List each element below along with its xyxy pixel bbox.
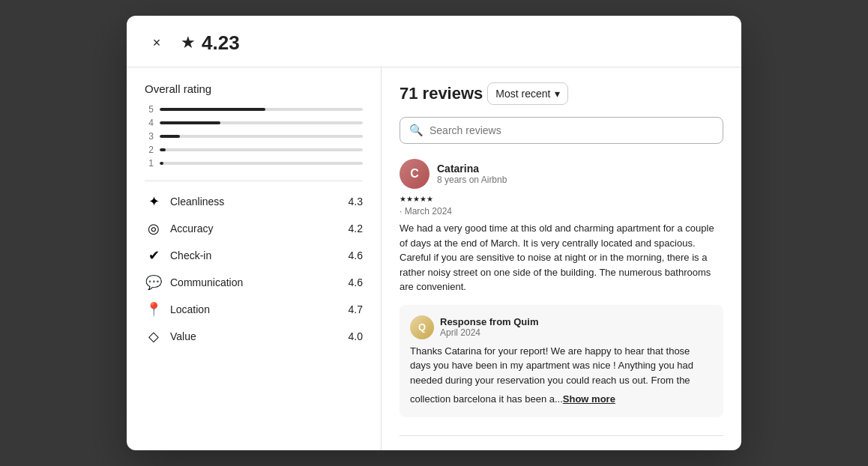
metric-icon: ◎ — [145, 220, 163, 237]
search-bar: 🔍 — [400, 117, 723, 144]
reviewer-name: Catarina — [437, 163, 507, 175]
metric-row: 💬 Communication 4.6 — [145, 274, 363, 291]
modal-overlay[interactable]: × ★ 4.23 Overall rating 5 4 3 — [0, 0, 868, 466]
metric-value: 4.6 — [349, 249, 363, 261]
sort-dropdown[interactable]: Most recent ▾ — [487, 82, 568, 105]
overall-rating-title: Overall rating — [145, 82, 363, 95]
metric-label: Communication — [170, 276, 243, 288]
bar-label: 3 — [145, 131, 154, 142]
response-header: Q Response from Quim April 2024 — [410, 315, 713, 339]
bar-label: 4 — [145, 118, 154, 128]
reviewer-meta: 8 years on Airbnb — [437, 175, 507, 185]
rating-hero: ★ 4.23 — [181, 31, 240, 55]
review-date: · March 2024 — [400, 206, 723, 217]
metric-label: Accuracy — [170, 223, 214, 234]
response-text: Thanks Catarina for your report! We are … — [410, 344, 713, 407]
bar-track — [160, 162, 363, 165]
reviewer-header: C Catarina 8 years on Airbnb — [400, 159, 723, 189]
search-icon: 🔍 — [409, 124, 424, 137]
metric-row: ✦ Cleanliness 4.3 — [145, 193, 363, 210]
reviewer-info: Catarina 8 years on Airbnb — [437, 163, 507, 185]
modal-rating-number: 4.23 — [202, 31, 240, 55]
modal-header: × ★ 4.23 — [127, 16, 741, 67]
left-panel: Overall rating 5 4 3 2 1 — [127, 67, 382, 450]
metric-left: 💬 Communication — [145, 274, 243, 291]
metric-label: Value — [170, 330, 196, 342]
review-stars: ★★★★★ — [400, 195, 723, 203]
metric-value: 4.7 — [349, 303, 363, 315]
reviews-modal: × ★ 4.23 Overall rating 5 4 3 — [127, 16, 741, 450]
rating-bar-row: 3 — [145, 131, 363, 142]
metrics-list: ✦ Cleanliness 4.3 ◎ Accuracy 4.2 ✔ Check… — [145, 193, 363, 345]
metric-value: 4.6 — [349, 276, 363, 288]
show-more-link[interactable]: Show more — [563, 392, 615, 407]
bar-label: 1 — [145, 158, 154, 169]
metric-row: 📍 Location 4.7 — [145, 301, 363, 318]
avatar: C — [400, 159, 430, 189]
review-item: C Catarina 8 years on Airbnb ★★★★★ · Mar… — [400, 159, 723, 436]
bar-fill — [160, 148, 166, 151]
response-date: April 2024 — [440, 327, 538, 338]
metric-left: ✦ Cleanliness — [145, 193, 224, 210]
reviews-count-title: 71 reviews — [400, 84, 483, 103]
metric-value: 4.3 — [349, 196, 363, 208]
metric-label: Cleanliness — [170, 196, 224, 208]
chevron-down-icon: ▾ — [555, 88, 560, 100]
metric-icon: 💬 — [145, 274, 163, 291]
bar-track — [160, 148, 363, 151]
reviews-title-row: 71 reviews Most recent ▾ — [400, 82, 723, 105]
reviews-list: C Catarina 8 years on Airbnb ★★★★★ · Mar… — [400, 159, 723, 450]
metric-icon: ✦ — [145, 193, 163, 210]
rating-bars: 5 4 3 2 1 — [145, 104, 363, 169]
metric-icon: ✔ — [145, 247, 163, 264]
metric-row: ◎ Accuracy 4.2 — [145, 220, 363, 237]
metric-left: ◇ Value — [145, 328, 196, 345]
bar-label: 5 — [145, 104, 154, 115]
metric-value: 4.0 — [349, 330, 363, 342]
review-text: We had a very good time at this old and … — [400, 221, 723, 294]
modal-body: Overall rating 5 4 3 2 1 — [127, 67, 741, 450]
bar-label: 2 — [145, 145, 154, 155]
metric-left: ✔ Check-in — [145, 247, 211, 264]
bar-track — [160, 121, 363, 124]
metric-row: ✔ Check-in 4.6 — [145, 247, 363, 264]
response-block: Q Response from Quim April 2024 Thanks C… — [400, 305, 723, 417]
metric-icon: ◇ — [145, 328, 163, 345]
bar-track — [160, 135, 363, 138]
right-panel: 71 reviews Most recent ▾ 🔍 C Cat — [382, 67, 741, 450]
response-avatar: Q — [410, 315, 434, 339]
bar-track — [160, 108, 363, 111]
metric-left: 📍 Location — [145, 301, 210, 318]
rating-bar-row: 5 — [145, 104, 363, 115]
divider — [145, 181, 363, 181]
star-icon: ★ — [181, 33, 196, 52]
rating-bar-row: 2 — [145, 145, 363, 155]
sort-label: Most recent — [495, 88, 550, 100]
metric-label: Check-in — [170, 249, 211, 261]
metric-left: ◎ Accuracy — [145, 220, 214, 237]
response-name: Response from Quim — [440, 316, 538, 327]
rating-bar-row: 1 — [145, 158, 363, 169]
bar-fill — [160, 135, 180, 138]
rating-bar-row: 4 — [145, 118, 363, 128]
metric-label: Location — [170, 303, 210, 315]
close-button[interactable]: × — [145, 31, 169, 55]
metric-icon: 📍 — [145, 301, 163, 318]
search-input[interactable] — [430, 124, 714, 136]
metric-value: 4.2 — [349, 223, 363, 234]
bar-fill — [160, 108, 265, 111]
metric-row: ◇ Value 4.0 — [145, 328, 363, 345]
bar-fill — [160, 121, 220, 124]
bar-fill — [160, 162, 163, 165]
